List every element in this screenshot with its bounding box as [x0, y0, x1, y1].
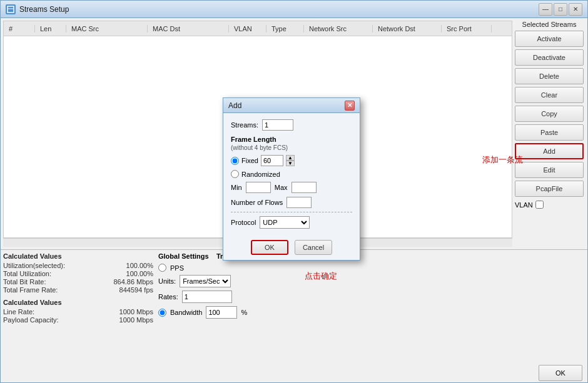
spinner-down[interactable]: ▼ [286, 161, 295, 166]
fixed-row: Fixed ▲ ▼ [231, 155, 352, 166]
min-label: Min [231, 184, 242, 191]
bandwidth-unit: % [241, 309, 247, 316]
calc-block-1: Calculated Values Utilization(selected):… [3, 252, 153, 294]
units-label: Units: [158, 277, 176, 285]
pcapfile-button[interactable]: PcapFile [515, 181, 584, 197]
calculated-values-panel: Calculated Values Utilization(selected):… [3, 252, 153, 360]
col-srcport: Src Port [442, 25, 492, 32]
right-panel: Selected Streams Activate Deactivate Del… [515, 18, 587, 249]
total-util-row: Total Utilization: 100.00% [3, 270, 153, 277]
col-len: Len [35, 25, 66, 32]
rates-input[interactable] [182, 291, 232, 303]
frame-rate-label: Total Frame Rate: [3, 286, 58, 294]
maximize-button[interactable]: □ [554, 3, 567, 16]
vlan-checkbox[interactable] [535, 201, 544, 209]
delete-button[interactable]: Delete [515, 68, 584, 84]
fixed-radio[interactable] [231, 157, 239, 165]
frame-length-title: Frame Length [231, 136, 352, 143]
min-input[interactable] [246, 182, 271, 193]
streams-label: Streams: [231, 121, 258, 129]
modal-title-bar: Add ✕ [223, 98, 360, 113]
app-icon [6, 4, 16, 14]
bottom-section: Calculated Values Utilization(selected):… [1, 249, 587, 383]
fixed-value-input[interactable] [261, 155, 283, 166]
clear-button[interactable]: Clear [515, 87, 584, 103]
calc-block-2: Calculated Values Line Rate: 1000 Mbps P… [3, 299, 153, 324]
streams-input[interactable] [262, 119, 293, 131]
frame-rate-row: Total Frame Rate: 844594 fps [3, 286, 153, 294]
bit-rate-row: Total Bit Rate: 864.86 Mbps [3, 278, 153, 286]
payload-cap-row: Payload Capacity: 1000 Mbps [3, 316, 153, 324]
activate-button[interactable]: Activate [515, 31, 584, 47]
vlan-row: VLAN [515, 201, 584, 209]
calc-title-2: Calculated Values [3, 299, 153, 306]
title-bar: Streams Setup — □ ✕ [1, 1, 587, 18]
deactivate-button[interactable]: Deactivate [515, 49, 584, 66]
modal-close-button[interactable]: ✕ [345, 101, 355, 111]
edit-button[interactable]: Edit [515, 162, 584, 178]
payload-cap-value: 1000 Mbps [119, 316, 153, 324]
total-util-value: 100.00% [126, 270, 153, 277]
bandwidth-label: Bandwidth [170, 309, 202, 316]
calc-title-1: Calculated Values [3, 252, 153, 260]
num-flows-row: Number of Flows [231, 197, 352, 208]
frame-rate-value: 844594 fps [119, 286, 153, 294]
units-select[interactable]: Frames/Sec [180, 275, 231, 287]
modal-footer: OK Cancel [223, 235, 360, 260]
util-selected-label: Utilization(selected): [3, 262, 65, 269]
protocol-select[interactable]: UDP TCP ICMP [260, 216, 310, 229]
max-label: Max [275, 184, 288, 191]
rates-label: Rates: [158, 293, 178, 301]
minimize-button[interactable]: — [539, 3, 552, 16]
max-input[interactable] [291, 182, 317, 193]
bottom-ok-button[interactable]: OK [539, 365, 582, 381]
payload-cap-label: Payload Capacity: [3, 316, 59, 324]
line-rate-row: Line Rate: 1000 Mbps [3, 308, 153, 316]
table-header: # Len MAC Src MAC Dst VLAN Type Network … [4, 21, 512, 36]
close-button[interactable]: ✕ [569, 3, 582, 16]
num-flows-label: Number of Flows [231, 199, 283, 206]
bottom-ok-row: OK [1, 362, 587, 383]
col-type: Type [266, 25, 304, 32]
util-selected-value: 100.00% [126, 262, 153, 269]
num-flows-input[interactable] [286, 197, 312, 208]
bit-rate-label: Total Bit Rate: [3, 278, 46, 286]
bandwidth-radio[interactable] [158, 309, 166, 317]
selected-streams-label: Selected Streams [515, 21, 584, 28]
bandwidth-input[interactable] [206, 306, 237, 319]
bit-rate-value: 864.86 Mbps [113, 278, 153, 286]
modal-body: Streams: Frame Length (without 4 byte FC… [223, 113, 360, 235]
line-rate-value: 1000 Mbps [119, 308, 153, 316]
paste-button[interactable]: Paste [515, 124, 584, 141]
util-selected-row: Utilization(selected): 100.00% [3, 262, 153, 269]
window-controls: — □ ✕ [539, 3, 582, 16]
randomized-label: Randomized [241, 171, 280, 178]
add-dialog: Add ✕ Streams: Frame Length (without 4 b… [223, 97, 360, 261]
col-netsrc: Network Src [304, 25, 373, 32]
add-button[interactable]: Add [515, 143, 584, 159]
protocol-label: Protocol [231, 219, 256, 226]
fixed-label: Fixed [241, 157, 258, 164]
bandwidth-row: Bandwidth % [158, 306, 585, 319]
copy-button[interactable]: Copy [515, 106, 584, 122]
modal-ok-button[interactable]: OK [251, 240, 288, 255]
spinner-up[interactable]: ▲ [286, 155, 295, 161]
protocol-row: Protocol UDP TCP ICMP [231, 212, 352, 229]
randomized-row: Randomized [231, 170, 352, 178]
window-title: Streams Setup [19, 5, 539, 14]
col-macdst: MAC Dst [148, 25, 229, 32]
svg-rect-0 [8, 6, 14, 12]
units-row: Units: Frames/Sec [158, 275, 585, 287]
modal-cancel-button[interactable]: Cancel [295, 240, 332, 255]
bottom-content: Calculated Values Utilization(selected):… [1, 250, 587, 362]
modal-title: Add [228, 101, 241, 110]
col-netdst: Network Dst [373, 25, 442, 32]
rates-row: Rates: [158, 291, 585, 303]
pps-radio[interactable] [158, 264, 166, 272]
global-settings-panel: Global Settings Transmit Rate Per PPS Un… [158, 252, 585, 360]
total-util-label: Total Utilization: [3, 270, 51, 277]
pps-label: PPS [170, 264, 184, 272]
fixed-spinner[interactable]: ▲ ▼ [286, 155, 295, 166]
randomized-radio[interactable] [231, 170, 239, 178]
col-hash: # [4, 25, 35, 32]
